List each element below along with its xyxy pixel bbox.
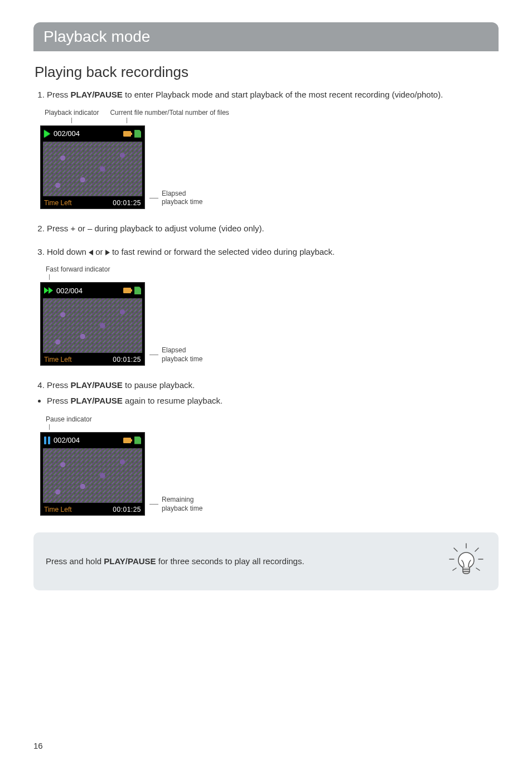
tip-suffix: for three seconds to play all recordings…	[156, 556, 304, 566]
play-pause-label-1: PLAY/PAUSE	[71, 90, 123, 99]
tip-prefix: Press and hold	[46, 556, 104, 566]
page-header: Playback mode	[33, 22, 499, 51]
video-preview	[43, 142, 142, 196]
time-left-value: 00:01:25	[113, 506, 141, 513]
svg-line-5	[453, 568, 456, 570]
callout-tick	[49, 274, 50, 280]
time-left-value: 00:01:25	[113, 356, 141, 363]
play-icon	[44, 130, 50, 138]
callout-tick	[71, 118, 72, 123]
left-arrow-icon	[89, 250, 93, 255]
time-left-label: Time Left	[44, 356, 72, 363]
callout-row-3: Pause indicator	[46, 415, 499, 430]
bullet1-prefix: Press	[47, 396, 71, 405]
svg-line-6	[476, 568, 480, 570]
battery-icon	[123, 131, 131, 137]
step4-suffix: to pause playback.	[123, 380, 195, 390]
step-2: Press + or – during playback to adjust v…	[47, 222, 499, 235]
side-label-elapsed-2: Elapsed playback time	[149, 346, 202, 366]
callout-pause-indicator: Pause indicator	[46, 415, 92, 423]
file-count: 002/004	[54, 436, 120, 444]
playback-screen-3: 002/004 Time Left 00:01:25	[40, 432, 145, 516]
file-count: 002/004	[56, 287, 120, 295]
step3-suffix: to fast rewind or forward the selected v…	[110, 247, 335, 256]
fast-forward-icon	[44, 287, 53, 294]
playback-screen-2: 002/004 Time Left 00:01:25	[40, 282, 145, 366]
svg-line-1	[454, 548, 457, 551]
callout-row-2: Fast forward indicator	[46, 265, 499, 280]
step1-suffix: to enter Playback mode and start playbac…	[123, 90, 443, 99]
sd-card-icon	[134, 130, 141, 138]
sd-card-icon	[134, 287, 141, 294]
battery-icon	[123, 438, 131, 443]
playback-screen-1: 002/004 Time Left 00:01:25	[40, 125, 145, 209]
video-preview	[43, 298, 142, 353]
step-1: Press PLAY/PAUSE to enter Playback mode …	[47, 89, 499, 101]
step3-prefix: Hold down	[47, 247, 89, 256]
callout-ff-indicator: Fast forward indicator	[46, 265, 110, 273]
section-title: Playing back recordings	[35, 64, 499, 81]
lightbulb-icon	[446, 542, 486, 580]
bullet1-suffix: again to resume playback.	[123, 396, 223, 405]
file-count: 002/004	[54, 129, 120, 138]
step-3: Hold down or to fast rewind or forward t…	[47, 246, 499, 258]
right-arrow-icon	[105, 250, 110, 255]
callout-row-1: Playback indicator Current file number/T…	[43, 109, 499, 123]
tip-box: Press and hold PLAY/PAUSE for three seco…	[33, 532, 499, 590]
step3-mid: or	[93, 247, 105, 256]
play-pause-label-bullet: PLAY/PAUSE	[71, 396, 123, 405]
sd-card-icon	[134, 437, 141, 444]
play-pause-label-tip: PLAY/PAUSE	[104, 556, 156, 566]
time-left-label: Time Left	[44, 199, 72, 207]
callout-tick	[127, 118, 127, 123]
video-preview	[43, 448, 142, 503]
play-pause-label-4: PLAY/PAUSE	[71, 380, 123, 390]
callout-tick	[49, 424, 50, 430]
step-4: Press PLAY/PAUSE to pause playback.	[47, 379, 499, 391]
page-number: 16	[33, 741, 43, 750]
side-label-elapsed-1: Elapsed playback time	[149, 190, 202, 209]
callout-playback-indicator: Playback indicator	[45, 109, 99, 117]
svg-line-2	[475, 548, 478, 551]
svg-point-7	[458, 552, 474, 568]
side-label-remaining: Remaining playback time	[149, 496, 202, 515]
time-left-label: Time Left	[44, 506, 72, 513]
pause-icon	[44, 437, 50, 444]
bullet-resume: Press PLAY/PAUSE again to resume playbac…	[47, 395, 499, 408]
callout-file-number: Current file number/Total number of file…	[110, 109, 229, 117]
time-left-value: 00:01:25	[113, 199, 141, 207]
step1-prefix: Press	[47, 90, 71, 99]
step4-prefix: Press	[47, 380, 71, 390]
battery-icon	[123, 288, 131, 293]
